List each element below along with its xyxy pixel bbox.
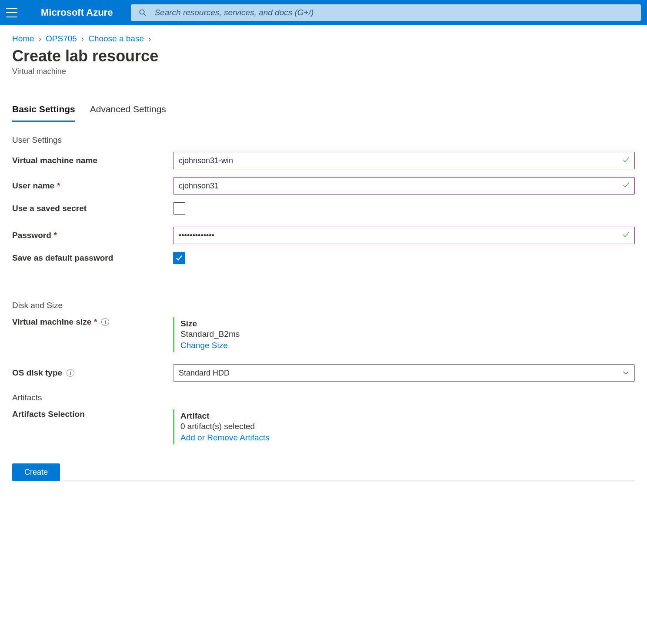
- svg-point-0: [140, 10, 145, 14]
- field-os-disk-type: OS disk type i Standard HDD: [12, 364, 635, 382]
- field-save-default-password: Save as default password: [12, 252, 635, 264]
- check-icon: [622, 230, 630, 241]
- vm-size-label-text: Virtual machine size: [12, 317, 91, 327]
- field-use-saved-secret: Use a saved secret: [12, 202, 635, 215]
- footer: Create: [12, 463, 635, 481]
- info-icon[interactable]: i: [67, 369, 74, 377]
- chevron-down-icon: [622, 369, 629, 376]
- change-size-link[interactable]: Change Size: [180, 341, 240, 350]
- check-icon: [622, 155, 630, 166]
- breadcrumb: Home › OPS705 › Choose a base ›: [12, 34, 635, 44]
- footer-shadow: [63, 480, 635, 482]
- artifact-header: Artifact: [180, 411, 270, 421]
- section-disk-and-size: Disk and Size: [12, 301, 635, 310]
- use-saved-secret-label: Use a saved secret: [12, 204, 173, 213]
- create-button[interactable]: Create: [12, 463, 60, 481]
- search-input[interactable]: [154, 8, 633, 17]
- os-disk-type-label-text: OS disk type: [12, 368, 62, 378]
- vm-size-header: Size: [180, 319, 240, 329]
- password-input[interactable]: [173, 227, 635, 244]
- tab-advanced-settings[interactable]: Advanced Settings: [90, 101, 166, 122]
- vm-name-input[interactable]: [173, 152, 635, 169]
- artifact-count: 0 artifact(s) selected: [180, 422, 270, 431]
- breadcrumb-choose-base[interactable]: Choose a base: [88, 34, 144, 44]
- required-asterisk: *: [54, 231, 57, 240]
- tabs: Basic Settings Advanced Settings: [12, 101, 635, 122]
- required-asterisk: *: [94, 318, 97, 327]
- search-box[interactable]: [131, 4, 641, 21]
- chevron-right-icon: ›: [148, 34, 151, 44]
- artifacts-block: Artifact 0 artifact(s) selected Add or R…: [173, 409, 270, 444]
- os-disk-type-select[interactable]: Standard HDD: [173, 364, 635, 382]
- section-artifacts: Artifacts: [12, 393, 635, 402]
- header-bar: Microsoft Azure: [0, 0, 647, 25]
- vm-size-value: Standard_B2ms: [180, 329, 240, 339]
- artifacts-selection-label: Artifacts Selection: [12, 409, 173, 419]
- field-vm-size: Virtual machine size * i Size Standard_B…: [12, 317, 635, 352]
- breadcrumb-ops705[interactable]: OPS705: [46, 34, 77, 44]
- breadcrumb-home[interactable]: Home: [12, 34, 34, 44]
- chevron-right-icon: ›: [81, 34, 84, 44]
- search-icon: [139, 9, 147, 17]
- svg-line-1: [144, 13, 146, 16]
- hamburger-menu-icon[interactable]: [6, 8, 17, 17]
- vm-size-block: Size Standard_B2ms Change Size: [173, 317, 240, 352]
- section-user-settings: User Settings: [12, 135, 635, 145]
- os-disk-type-label: OS disk type i: [12, 368, 173, 378]
- chevron-right-icon: ›: [39, 34, 41, 44]
- field-vm-name: Virtual machine name: [12, 152, 635, 169]
- required-asterisk: *: [57, 181, 60, 191]
- tab-basic-settings[interactable]: Basic Settings: [12, 101, 75, 122]
- content: Home › OPS705 › Choose a base › Create l…: [0, 25, 647, 499]
- save-default-password-label: Save as default password: [12, 253, 173, 263]
- vm-name-label: Virtual machine name: [12, 156, 173, 165]
- user-name-input[interactable]: [173, 177, 635, 195]
- page-title: Create lab resource: [12, 47, 635, 65]
- user-name-label-text: User name: [12, 181, 54, 191]
- vm-size-label: Virtual machine size * i: [12, 317, 173, 327]
- field-password: Password *: [12, 227, 635, 244]
- field-artifacts-selection: Artifacts Selection Artifact 0 artifact(…: [12, 409, 635, 444]
- add-remove-artifacts-link[interactable]: Add or Remove Artifacts: [180, 433, 270, 443]
- use-saved-secret-checkbox[interactable]: [173, 202, 185, 215]
- save-default-password-checkbox[interactable]: [173, 252, 185, 264]
- brand-label[interactable]: Microsoft Azure: [41, 7, 113, 18]
- page-subtitle: Virtual machine: [12, 67, 635, 76]
- password-label: Password *: [12, 231, 173, 240]
- info-icon[interactable]: i: [101, 318, 109, 326]
- check-icon: [622, 181, 630, 191]
- field-user-name: User name *: [12, 177, 635, 195]
- password-label-text: Password: [12, 231, 51, 240]
- os-disk-type-value: Standard HDD: [179, 369, 230, 378]
- user-name-label: User name *: [12, 181, 173, 191]
